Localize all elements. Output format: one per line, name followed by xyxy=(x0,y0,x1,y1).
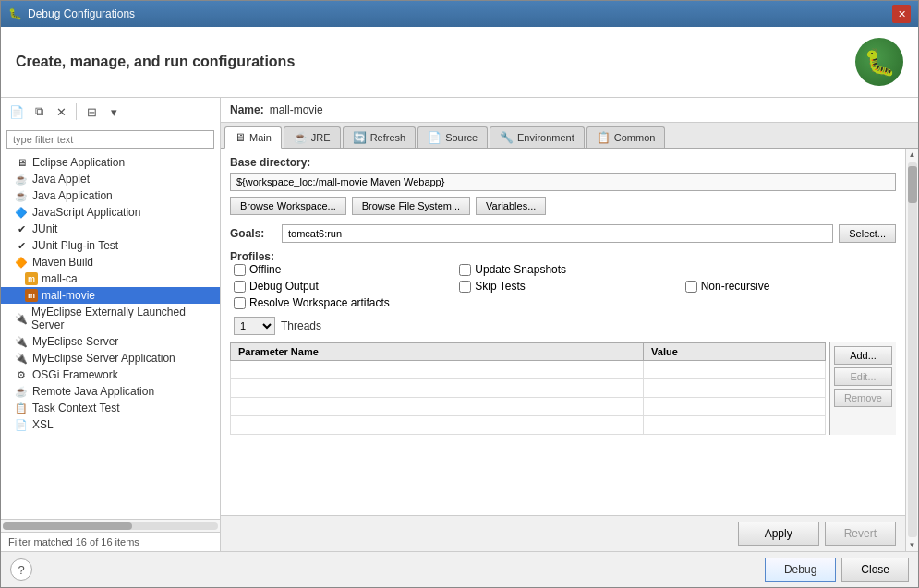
tab-source[interactable]: 📄 Source xyxy=(417,126,488,148)
close-window-button[interactable]: ✕ xyxy=(892,5,911,23)
list-item[interactable]: 📋 Task Context Test xyxy=(1,400,220,416)
title-bar: 🐛 Debug Configurations ✕ xyxy=(1,1,918,27)
scroll-up-arrow[interactable]: ▲ xyxy=(907,149,918,161)
filter-button[interactable]: ⊟ xyxy=(81,102,102,122)
param-name-cell xyxy=(231,379,644,398)
browse-filesystem-button[interactable]: Browse File System... xyxy=(352,197,470,215)
header-title: Create, manage, and run configurations xyxy=(16,54,295,70)
tree-item-label: Eclipse Application xyxy=(32,156,125,169)
tab-common[interactable]: 📋 Common xyxy=(586,126,666,148)
tree-item-label: MyEclipse Server xyxy=(32,335,118,348)
header: Create, manage, and run configurations 🐛 xyxy=(1,27,918,98)
list-item[interactable]: m mall-ca xyxy=(1,270,220,287)
horizontal-scrollbar[interactable] xyxy=(1,519,220,532)
tab-environment[interactable]: 🔧 Environment xyxy=(490,126,585,148)
tab-main-label: Main xyxy=(249,132,272,143)
profiles-section: Profiles: Offline Update Snapshots xyxy=(230,250,896,335)
vertical-scrollbar[interactable]: ▲ ▼ xyxy=(905,149,918,551)
tab-environment-label: Environment xyxy=(517,132,574,143)
app-icon: ✔ xyxy=(14,240,29,252)
tree-item-label: JUnit Plug-in Test xyxy=(32,239,118,252)
scroll-down-arrow[interactable]: ▼ xyxy=(907,539,918,551)
app-icon: 🔶 xyxy=(14,257,29,269)
list-item[interactable]: 🔌 MyEclipse Server Application xyxy=(1,350,220,366)
goals-input[interactable] xyxy=(282,224,833,243)
list-item[interactable]: ✔ JUnit Plug-in Test xyxy=(1,237,220,254)
filter-input[interactable] xyxy=(6,130,214,149)
config-tree: 🖥 Eclipse Application ☕ Java Applet ☕ Ja… xyxy=(1,152,220,519)
help-button[interactable]: ? xyxy=(10,558,32,581)
list-item[interactable]: ☕ Java Application xyxy=(1,187,220,204)
list-item[interactable]: 🔌 MyEclipse Server xyxy=(1,333,220,350)
list-item[interactable]: ✔ JUnit xyxy=(1,221,220,237)
apply-revert-bar: Apply Revert xyxy=(221,515,905,551)
non-recursive-checkbox[interactable] xyxy=(685,281,697,293)
tree-item-label: Maven Build xyxy=(32,256,93,269)
app-icon: 🔌 xyxy=(14,313,28,325)
offline-label: Offline xyxy=(249,263,281,276)
app-icon: ☕ xyxy=(14,174,29,186)
tree-item-label: mall-movie xyxy=(42,289,95,302)
delete-config-button[interactable]: ✕ xyxy=(51,102,71,122)
list-item[interactable]: 🖥 Eclipse Application xyxy=(1,154,220,171)
tab-jre[interactable]: ☕ JRE xyxy=(284,126,341,148)
copy-config-button[interactable]: ⧉ xyxy=(29,102,49,122)
bug-decoration: 🐛 xyxy=(855,38,903,86)
debug-configurations-window: 🐛 Debug Configurations ✕ Create, manage,… xyxy=(0,0,919,588)
expand-button[interactable]: ▾ xyxy=(103,102,124,122)
variables-button[interactable]: Variables... xyxy=(476,197,546,215)
environment-tab-icon: 🔧 xyxy=(500,131,514,144)
right-panel: Name: mall-movie 🖥 Main ☕ JRE 🔄 Refresh xyxy=(221,98,918,551)
browse-workspace-button[interactable]: Browse Workspace... xyxy=(230,197,346,215)
update-snapshots-label: Update Snapshots xyxy=(475,263,566,276)
skip-tests-checkbox[interactable] xyxy=(459,281,471,293)
app-icon: 🔌 xyxy=(14,353,29,365)
select-goals-button[interactable]: Select... xyxy=(839,224,896,243)
close-button[interactable]: Close xyxy=(841,558,909,582)
tab-refresh[interactable]: 🔄 Refresh xyxy=(343,126,417,148)
remove-param-button[interactable]: Remove xyxy=(834,389,892,407)
table-row xyxy=(231,379,826,398)
tab-main[interactable]: 🖥 Main xyxy=(224,126,282,149)
list-item[interactable]: 🔷 JavaScript Application xyxy=(1,204,220,221)
list-item[interactable]: ☕ Java Applet xyxy=(1,171,220,187)
list-item[interactable]: 🔌 MyEclipse Externally Launched Server xyxy=(1,304,220,333)
tree-item-label: OSGi Framework xyxy=(32,368,118,381)
base-dir-input[interactable] xyxy=(230,173,896,191)
param-name-cell xyxy=(231,416,644,435)
profiles-label: Profiles: xyxy=(230,250,274,263)
offline-checkbox[interactable] xyxy=(234,264,246,276)
param-value-cell xyxy=(644,379,826,398)
table-row xyxy=(231,398,826,416)
debug-button[interactable]: Debug xyxy=(765,558,836,582)
tree-item-label: MyEclipse Externally Launched Server xyxy=(31,306,211,331)
list-item[interactable]: ☕ Remote Java Application xyxy=(1,383,220,400)
scroll-thumb xyxy=(3,522,132,530)
edit-param-button[interactable]: Edit... xyxy=(834,367,892,386)
maven-icon: m xyxy=(25,289,38,302)
resolve-workspace-checkbox[interactable] xyxy=(234,297,246,309)
tree-item-label: Java Application xyxy=(32,189,113,202)
threads-select[interactable]: 1 2 4 xyxy=(234,317,275,335)
app-icon: 🖥 xyxy=(14,157,29,168)
base-dir-label: Base directory: xyxy=(230,156,896,169)
main-tab-content: Base directory: Browse Workspace... Brow… xyxy=(221,149,905,515)
tree-item-label: Java Applet xyxy=(32,173,90,186)
tree-item-label: Remote Java Application xyxy=(32,385,154,398)
list-item-mall-movie[interactable]: m mall-movie xyxy=(1,287,220,304)
list-item[interactable]: 🔶 Maven Build xyxy=(1,254,220,270)
debug-output-checkbox[interactable] xyxy=(234,281,246,293)
app-icon: ⚙ xyxy=(14,369,29,381)
scroll-thumb-vertical xyxy=(908,166,917,203)
params-section: Parameter Name Value xyxy=(230,342,896,435)
new-config-button[interactable]: 📄 xyxy=(6,102,27,122)
name-label: Name: xyxy=(230,103,264,116)
checkboxes-grid: Offline Update Snapshots Debug Output xyxy=(230,263,896,309)
add-param-button[interactable]: Add... xyxy=(834,346,892,365)
revert-button[interactable]: Revert xyxy=(825,522,896,546)
list-item[interactable]: 📄 XSL xyxy=(1,416,220,433)
apply-button[interactable]: Apply xyxy=(738,522,819,546)
update-snapshots-checkbox[interactable] xyxy=(459,264,471,276)
list-item[interactable]: ⚙ OSGi Framework xyxy=(1,366,220,383)
browse-buttons-row: Browse Workspace... Browse File System..… xyxy=(230,197,896,215)
